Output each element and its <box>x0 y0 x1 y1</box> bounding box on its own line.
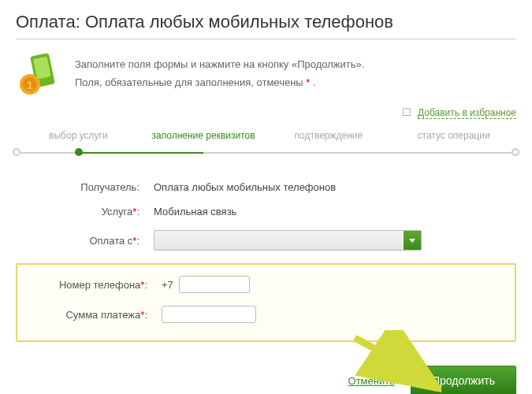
continue-button[interactable]: Продолжить <box>411 366 516 394</box>
intro-block: 1 Заполните поля формы и нажмите на кноп… <box>16 51 516 98</box>
add-favorites-link[interactable]: Добавить в избранное <box>418 107 516 119</box>
amount-input[interactable] <box>162 306 256 323</box>
step-4: статус операции <box>391 130 516 141</box>
recipient-value: Оплата любых мобильных телефонов <box>154 181 336 193</box>
phone-prefix: +7 <box>162 279 173 291</box>
service-value: Мобильная связь <box>154 206 236 217</box>
amount-label: Сумма платежа*: <box>24 309 162 321</box>
payfrom-select[interactable] <box>154 230 422 251</box>
svg-text:1: 1 <box>27 79 33 91</box>
service-label: Услуга*: <box>16 206 154 217</box>
cancel-link[interactable]: Отменить <box>348 375 395 387</box>
payment-form: Получатель: Оплата любых мобильных телеф… <box>16 181 516 394</box>
bookmark-icon: ☐ <box>402 106 411 118</box>
phone-input[interactable] <box>179 276 250 293</box>
chevron-down-icon <box>404 231 421 250</box>
step-3: подтверждение <box>266 130 392 141</box>
highlighted-fields: Номер телефона*: +7 Сумма платежа*: <box>16 263 516 342</box>
phone-label: Номер телефона*: <box>24 279 162 291</box>
phone-coin-icon: 1 <box>16 51 63 98</box>
progress-steps: выбор услуги заполнение реквизитов подтв… <box>16 130 516 162</box>
payfrom-label: Оплата с*: <box>16 235 154 247</box>
page-title: Оплата: Оплата любых мобильных телефонов <box>16 12 516 39</box>
step-1: выбор услуги <box>16 130 141 141</box>
intro-line1: Заполните поля формы и нажмите на кнопку… <box>75 55 364 73</box>
intro-line2: Поля, обязательные для заполнения, отмеч… <box>75 73 364 91</box>
step-2: заполнение реквизитов <box>141 130 266 141</box>
recipient-label: Получатель: <box>16 181 154 193</box>
